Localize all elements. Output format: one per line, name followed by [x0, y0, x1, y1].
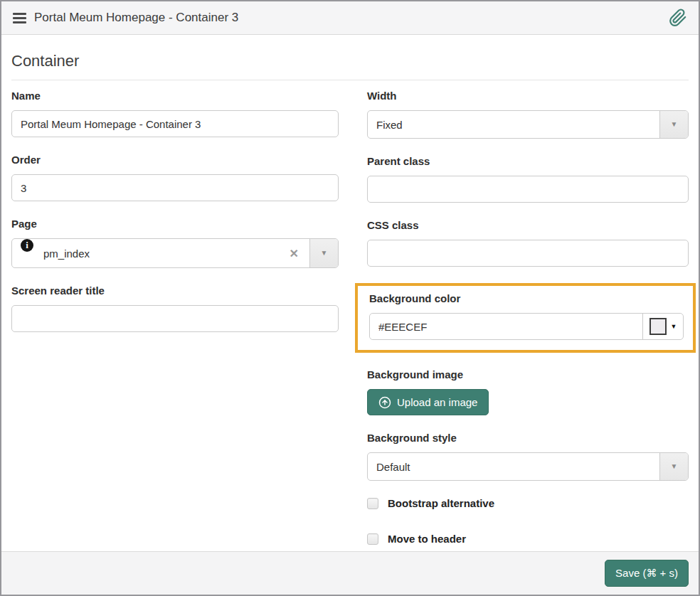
css-class-field-group: CSS class — [367, 219, 689, 267]
right-column: Width Fixed ▼ Parent class CSS class — [367, 90, 689, 551]
background-style-field-group: Background style Default ▼ — [367, 432, 689, 481]
page-select[interactable]: i pm_index ✕ ▼ — [11, 238, 339, 268]
background-color-input[interactable] — [370, 314, 642, 339]
name-input[interactable] — [11, 110, 339, 137]
chevron-down-icon: ▼ — [671, 463, 678, 470]
width-field-group: Width Fixed ▼ — [367, 90, 689, 139]
chevron-down-icon: ▼ — [671, 121, 678, 128]
clear-selection-icon[interactable]: ✕ — [290, 247, 299, 260]
order-input[interactable] — [11, 174, 339, 201]
move-to-header-label[interactable]: Move to header — [388, 533, 466, 545]
chevron-down-icon: ▼ — [671, 324, 677, 330]
section-title: Container — [11, 52, 689, 80]
css-class-input[interactable] — [367, 240, 689, 267]
parent-class-label: Parent class — [367, 155, 689, 167]
parent-class-input[interactable] — [367, 176, 689, 203]
menu-icon[interactable] — [13, 13, 26, 23]
order-label: Order — [11, 154, 339, 166]
move-to-header-checkbox[interactable] — [367, 533, 378, 545]
container-editor-window: Portal Meum Homepage - Container 3 Conta… — [0, 0, 700, 596]
css-class-label: CSS class — [367, 219, 689, 231]
name-label: Name — [11, 90, 339, 102]
paperclip-icon[interactable] — [669, 9, 687, 27]
bootstrap-alternative-checkbox[interactable] — [367, 498, 378, 509]
color-swatch — [649, 318, 667, 335]
chevron-down-icon: ▼ — [321, 250, 328, 257]
background-style-select[interactable]: Default ▼ — [367, 452, 689, 481]
background-color-highlight: Background color ▼ — [355, 283, 696, 353]
info-icon[interactable]: i — [21, 239, 33, 252]
background-color-field: ▼ — [369, 313, 684, 340]
background-image-field-group: Background image Upload an image — [367, 368, 689, 415]
header-bar: Portal Meum Homepage - Container 3 — [1, 1, 699, 35]
background-color-label: Background color — [369, 292, 684, 304]
background-image-label: Background image — [367, 368, 689, 381]
background-style-label: Background style — [367, 432, 689, 444]
width-label: Width — [367, 90, 689, 102]
background-style-select-value: Default — [368, 453, 659, 480]
parent-class-field-group: Parent class — [367, 155, 689, 203]
footer-bar: Save (⌘ + s) — [1, 551, 699, 595]
form-area: Container Name Order Page i pm_index — [1, 35, 699, 551]
left-column: Name Order Page i pm_index ✕ ▼ — [11, 90, 339, 551]
page-title: Portal Meum Homepage - Container 3 — [34, 11, 238, 25]
move-to-header-row: Move to header — [367, 533, 689, 545]
page-select-value: pm_index — [33, 239, 290, 267]
color-picker-button[interactable]: ▼ — [642, 314, 683, 339]
upload-icon — [378, 396, 391, 409]
page-label: Page — [11, 218, 339, 230]
page-select-caret-button[interactable]: ▼ — [309, 239, 338, 267]
save-button[interactable]: Save (⌘ + s) — [605, 560, 689, 587]
background-style-caret-button[interactable]: ▼ — [659, 453, 688, 480]
width-select[interactable]: Fixed ▼ — [367, 110, 689, 139]
upload-image-button-label: Upload an image — [397, 396, 477, 408]
upload-image-button[interactable]: Upload an image — [367, 389, 489, 415]
screen-reader-label: Screen reader title — [11, 284, 339, 297]
width-select-value: Fixed — [368, 111, 659, 138]
width-select-caret-button[interactable]: ▼ — [659, 111, 688, 138]
order-field-group: Order — [11, 154, 339, 201]
name-field-group: Name — [11, 90, 339, 137]
screen-reader-field-group: Screen reader title — [11, 284, 339, 332]
screen-reader-input[interactable] — [11, 305, 339, 332]
bootstrap-alternative-row: Bootstrap alternative — [367, 497, 689, 509]
bootstrap-alternative-label[interactable]: Bootstrap alternative — [388, 497, 494, 509]
page-field-group: Page i pm_index ✕ ▼ — [11, 218, 339, 268]
